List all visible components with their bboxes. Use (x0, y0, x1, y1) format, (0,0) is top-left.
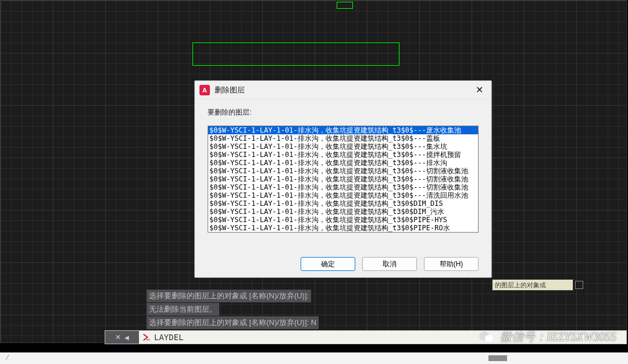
help-button[interactable]: 帮助(H) (424, 257, 479, 271)
list-item[interactable]: $0$W-YSCI-1-LAY-1-01-排水沟，收集坑提资建筑结构_t3$0$… (208, 183, 478, 191)
dialog-titlebar[interactable]: A 删除图层 ✕ (195, 81, 491, 99)
list-item[interactable]: $0$W-YSCI-1-LAY-1-01-排水沟，收集坑提资建筑结构_t3$0$… (208, 151, 478, 159)
command-bar-controls: ✕ ◀ (105, 331, 139, 344)
list-item[interactable]: $0$W-YSCI-1-LAY-1-01-排水沟，收集坑提资建筑结构_t3$0$… (208, 167, 478, 175)
list-item[interactable]: $0$W-YSCI-1-LAY-1-01-排水沟，收集坑提资建筑结构_t3$0$… (208, 142, 478, 151)
command-history: 选择要删除的图层上的对象或 [名称(N)/放弃(U)]: 无法删除当前图层。 选… (147, 290, 565, 330)
list-item[interactable]: $0$W-YSCI-1-LAY-1-01-排水沟，收集坑提资建筑结构_t3$0$… (208, 208, 478, 216)
history-line: 选择要删除的图层上的对象或 [名称(N)/放弃(U)]: N (147, 316, 319, 329)
dialog-title: 删除图层 (215, 85, 472, 95)
wechat-watermark: 微信号：IEZYSXW3055 (479, 329, 616, 345)
drawing-rect-small (337, 2, 353, 9)
list-item[interactable]: $0$W-YSCI-1-LAY-1-01-排水沟，收集坑提资建筑结构_t3$0$… (208, 134, 478, 142)
delete-layer-dialog: A 删除图层 ✕ 要删除的图层: $0$W-YSCI-1-LAY-1-01-排水… (194, 80, 492, 278)
history-line: 无法删除当前图层。 (147, 303, 219, 316)
wechat-icon (479, 330, 495, 344)
status-slash: ⁄ (7, 353, 8, 362)
list-item[interactable]: $0$W-YSCI-1-LAY-1-01-排水沟，收集坑提资建筑结构_t3$0$… (208, 191, 478, 199)
list-item[interactable]: $0$W-YSCI-1-LAY-1-01-排水沟，收集坑提资建筑结构_t3$0$… (208, 224, 478, 232)
status-strip: ⁄ (0, 352, 628, 364)
wechat-label: 微信号：IEZYSXW3055 (500, 329, 616, 345)
list-item[interactable]: $0$W-YSCI-1-LAY-1-01-排水沟，收集坑提资建筑结构_t3$0$… (208, 126, 478, 134)
tooltip-remnant: 的图层上的对象或 (492, 279, 573, 291)
cancel-button[interactable]: 取消 (362, 257, 417, 271)
layer-listbox[interactable]: $0$W-YSCI-1-LAY-1-01-排水沟，收集坑提资建筑结构_t3$0$… (208, 126, 479, 233)
list-item[interactable]: $0$W-YSCI-1-LAY-1-01-排水沟，收集坑提资建筑结构_t3$0$… (208, 216, 478, 224)
app-icon: A (199, 85, 210, 95)
status-mark (488, 355, 507, 361)
close-panel-icon[interactable]: ✕ (115, 333, 121, 341)
list-item[interactable]: $0$W-YSCI-1-LAY-1-01-排水沟，收集坑提资建筑结构_t3$0$… (208, 175, 478, 183)
close-icon[interactable]: ✕ (472, 83, 487, 97)
options-icon[interactable]: ◀ (124, 334, 129, 341)
list-item[interactable]: $0$W-YSCI-1-LAY-1-01-排水沟，收集坑提资建筑结构_t3$0$… (208, 199, 478, 208)
ok-button[interactable]: 确定 (301, 257, 355, 271)
command-prompt-icon (139, 333, 154, 341)
history-line: 选择要删除的图层上的对象或 [名称(N)/放弃(U)]: (147, 290, 311, 302)
dialog-prompt: 要删除的图层: (208, 108, 479, 117)
list-item[interactable]: $0$W-YSCI-1-LAY-1-01-排水沟，收集坑提资建筑结构_t3$0$… (208, 159, 478, 167)
drawing-rect-large (192, 42, 399, 66)
